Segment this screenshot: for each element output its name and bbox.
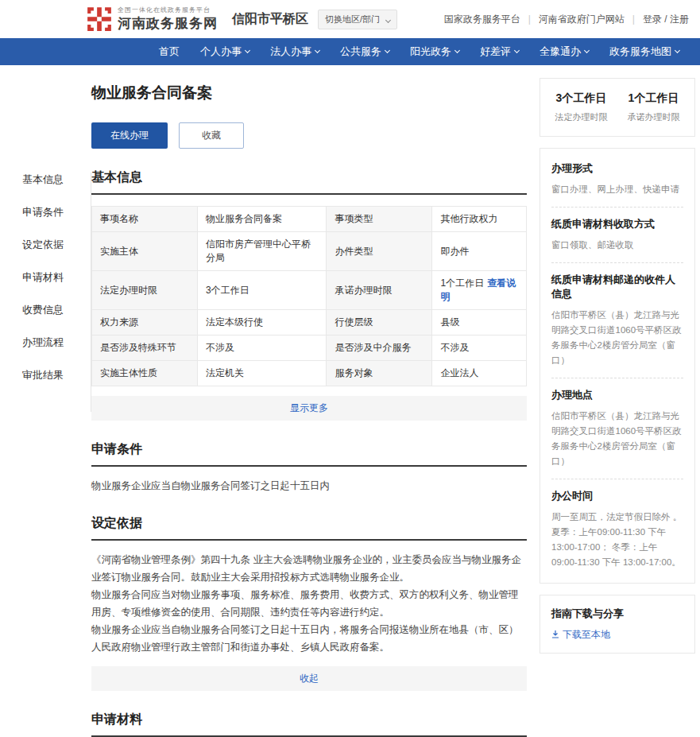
login-register-link[interactable]: 登录 / 注册 <box>643 13 689 26</box>
handling-form-section: 办理形式 窗口办理、网上办理、快递申请 <box>551 152 683 207</box>
sidebar-item-basis[interactable]: 设定依据 <box>22 238 91 252</box>
promised-limit-label: 承诺办理时限 <box>617 111 690 123</box>
collapse-link[interactable]: 收起 <box>300 673 319 684</box>
nav-province-wide[interactable]: 全豫通办 <box>540 45 589 59</box>
table-row: 法定办理时限 3个工作日 承诺办理时限 1个工作日查看说明 <box>92 271 527 310</box>
basic-info-section: 基本信息 事项名称 物业服务合同备案 事项类型 其他行政权力 实施主体 信阳市房… <box>91 169 527 421</box>
basis-paragraph: 物业服务合同应当对物业服务事项、服务标准、服务费用、收费方式、双方的权利义务、物… <box>91 587 527 622</box>
promised-limit-value: 1个工作日 <box>617 91 690 106</box>
chevron-down-icon <box>385 48 390 53</box>
chevron-down-icon <box>675 48 680 53</box>
nav-personal-services[interactable]: 个人办事 <box>200 45 249 59</box>
handling-location-section: 办理地点 信阳市平桥区（县）龙江路与光明路交叉口街道1060号平桥区政务服务中心… <box>551 378 683 479</box>
guide-download-box: 指南下载与分享 下载至本地 <box>540 595 695 654</box>
national-platform-link[interactable]: 国家政务服务平台 <box>444 13 520 26</box>
main-navigation: 首页 个人办事 法人办事 公共服务 阳光政务 好差评 全豫通办 政务服务地图 <box>0 38 700 65</box>
nav-legal-services[interactable]: 法人办事 <box>270 45 319 59</box>
table-row: 事项名称 物业服务合同备案 事项类型 其他行政权力 <box>92 207 527 232</box>
brand-logo-icon <box>86 6 113 33</box>
page-title: 物业服务合同备案 <box>91 83 527 103</box>
nav-home[interactable]: 首页 <box>159 45 180 59</box>
anchor-sidebar: 基本信息 申请条件 设定依据 申请材料 收费信息 办理流程 审批结果 <box>8 65 91 737</box>
sidebar-item-process[interactable]: 办理流程 <box>22 336 91 350</box>
sidebar-item-conditions[interactable]: 申请条件 <box>22 205 91 219</box>
nav-rating[interactable]: 好差评 <box>480 45 519 59</box>
mail-recipient-section: 纸质申请材料邮递的收件人信息 信阳市平桥区（县）龙江路与光明路交叉口街道1060… <box>551 262 683 378</box>
statutory-limit-label: 法定办理时限 <box>545 111 617 123</box>
top-header: 全国一体化在线政务服务平台 河南政务服务网 信阳市平桥区 切换地区/部门 国家政… <box>0 0 700 38</box>
materials-heading: 申请材料 <box>91 712 527 737</box>
basic-info-heading: 基本信息 <box>91 169 527 195</box>
basis-paragraph: 物业服务企业应当自物业服务合同签订之日起十五日内，将服务合同报送物业所在地县（市… <box>91 622 527 657</box>
guide-box-title: 指南下载与分享 <box>551 607 683 621</box>
current-region: 信阳市平桥区 <box>232 11 308 28</box>
sidebar-item-fees[interactable]: 收费信息 <box>22 303 91 317</box>
nav-sunshine-gov[interactable]: 阳光政务 <box>410 45 459 59</box>
download-local-link[interactable]: 下载至本地 <box>551 628 683 642</box>
switch-region-button[interactable]: 切换地区/部门 <box>318 10 397 29</box>
conditions-section: 申请条件 物业服务企业应当自物业服务合同签订之日起十五日内 <box>91 441 527 495</box>
basic-info-table: 事项名称 物业服务合同备案 事项类型 其他行政权力 实施主体 信阳市房产管理中心… <box>91 206 527 386</box>
statutory-limit-value: 3个工作日 <box>545 91 617 106</box>
chevron-down-icon <box>315 48 320 53</box>
materials-section: 申请材料 序号 材料名称 来源渠道 来源渠道说明 材料必要性 材料下载 材料类型… <box>91 712 527 737</box>
favorite-button[interactable]: 收藏 <box>179 122 244 149</box>
nav-public-services[interactable]: 公共服务 <box>340 45 389 59</box>
divider: | <box>528 14 531 25</box>
right-panel: 3个工作日 法定办理时限 1个工作日 承诺办理时限 办理形式 窗口办理、网上办理… <box>540 65 695 737</box>
show-more-link[interactable]: 显示更多 <box>290 402 328 413</box>
chevron-down-icon <box>454 48 460 53</box>
sidebar-item-materials[interactable]: 申请材料 <box>22 270 91 285</box>
online-apply-button[interactable]: 在线办理 <box>91 122 168 149</box>
platform-subtitle: 全国一体化在线政务服务平台 <box>118 6 218 14</box>
sidebar-item-basic-info[interactable]: 基本信息 <box>22 173 91 187</box>
service-info-box: 办理形式 窗口办理、网上办理、快递申请 纸质申请材料收取方式 窗口领取、邮递收取… <box>540 148 695 584</box>
site-logo[interactable]: 全国一体化在线政务服务平台 河南政务服务网 <box>86 6 218 33</box>
chevron-down-icon <box>514 48 520 53</box>
conditions-heading: 申请条件 <box>91 441 527 467</box>
divider: | <box>632 14 635 25</box>
table-row: 实施主体 信阳市房产管理中心平桥分局 办件类型 即办件 <box>92 232 527 271</box>
nav-service-map[interactable]: 政务服务地图 <box>609 45 679 59</box>
table-row: 权力来源 法定本级行使 行使层级 县级 <box>92 310 527 336</box>
download-icon <box>551 630 559 638</box>
basis-paragraph: 《河南省物业管理条例》第四十九条 业主大会选聘物业服务企业的，业主委员会应当与物… <box>91 552 527 587</box>
henan-portal-link[interactable]: 河南省政府门户网站 <box>539 13 625 26</box>
conditions-text: 物业服务企业应当自物业服务合同签订之日起十五日内 <box>91 478 527 495</box>
time-limit-box: 3个工作日 法定办理时限 1个工作日 承诺办理时限 <box>540 78 695 137</box>
chevron-down-icon <box>584 48 590 53</box>
table-row: 实施主体性质 法定机关 服务对象 企业法人 <box>92 361 527 386</box>
collapse-bar: 收起 <box>91 666 527 691</box>
sidebar-item-approval-result[interactable]: 审批结果 <box>22 368 91 382</box>
site-name: 河南政务服务网 <box>118 14 218 33</box>
show-more-bar: 显示更多 <box>91 396 527 421</box>
paper-material-collection-section: 纸质申请材料收取方式 窗口领取、邮递收取 <box>551 207 683 262</box>
office-hours-section: 办公时间 周一至周五，法定节假日除外 。 夏季：上午09:00-11:30 下午… <box>551 479 683 580</box>
basis-heading: 设定依据 <box>91 515 527 541</box>
table-row: 是否涉及特殊环节 不涉及 是否涉及中介服务 不涉及 <box>92 336 527 361</box>
chevron-down-icon <box>385 17 391 22</box>
basis-section: 设定依据 《河南省物业管理条例》第四十九条 业主大会选聘物业服务企业的，业主委员… <box>91 515 527 690</box>
chevron-down-icon <box>245 48 250 53</box>
